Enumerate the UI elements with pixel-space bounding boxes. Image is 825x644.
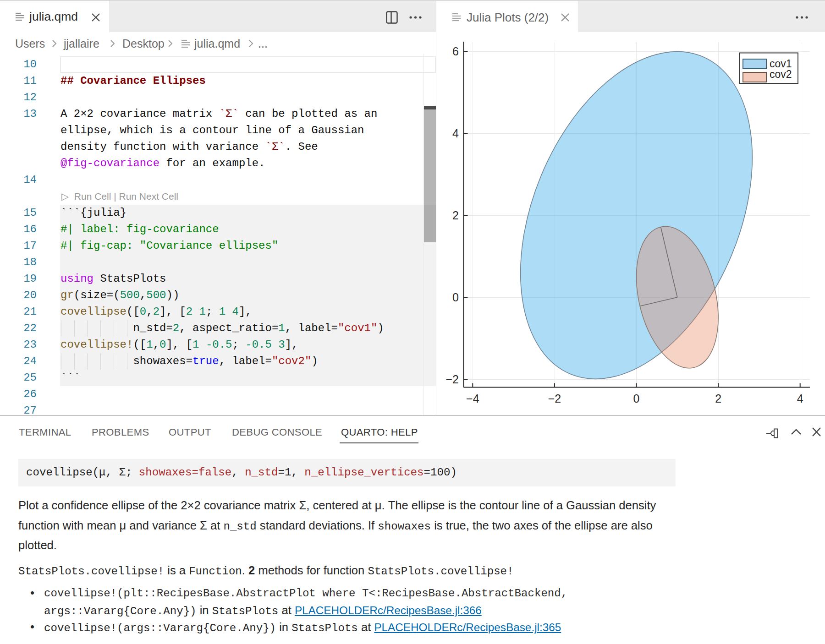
svg-text:4: 4 bbox=[452, 127, 459, 140]
svg-text:−2: −2 bbox=[548, 392, 561, 405]
svg-text:−2: −2 bbox=[446, 373, 459, 386]
svg-text:2: 2 bbox=[452, 209, 459, 222]
svg-text:2: 2 bbox=[715, 392, 721, 405]
svg-text:−4: −4 bbox=[466, 392, 479, 405]
svg-text:6: 6 bbox=[452, 45, 459, 58]
svg-text:4: 4 bbox=[797, 392, 803, 405]
svg-text:0: 0 bbox=[452, 291, 459, 304]
svg-text:0: 0 bbox=[633, 392, 640, 405]
svg-text:cov2: cov2 bbox=[770, 68, 792, 80]
